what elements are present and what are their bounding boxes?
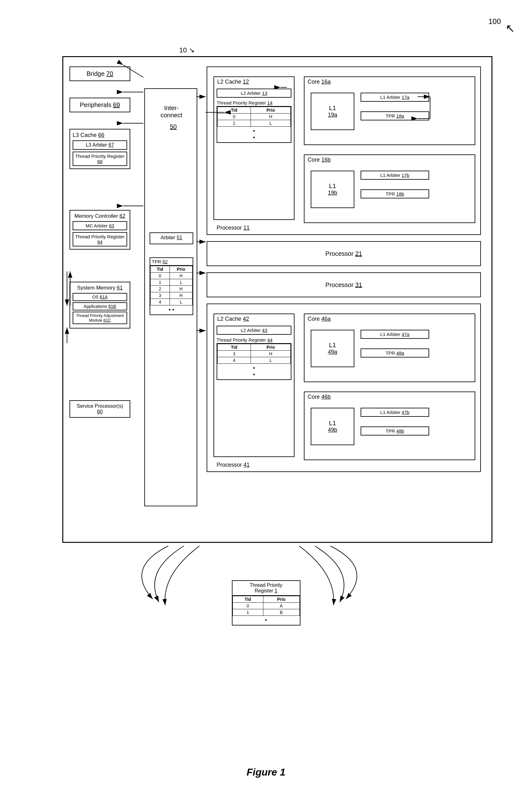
core46a-box: Core 46a L1 49a L1 Arbiter 47a TPR 48a [304,313,475,382]
l2-42-title: L2 Cache 42 [214,314,294,324]
tpr52-title: TPR 52 [150,258,193,266]
l2-42-box: L2 Cache 42 L2 Arbiter 43 Thread Priorit… [213,313,294,457]
col-tid: Tid [217,107,251,113]
table-row: 2H [151,286,193,292]
core46b-l1-arbiter: L1 Arbiter 47b [361,408,429,417]
l3-arbiter-box: L3 Arbiter 67 [73,140,127,150]
col-tid: Tid [151,266,170,273]
page: 100 ↙ 10 ↘ Bridge 70 Peripherals 69 L3 C… [0,0,532,803]
core46a-l1-box: L1 49a [311,330,354,367]
mc-tpr-box: Thread Priority Register 64 [73,232,127,247]
proc11-label: Processor 11 [216,225,250,231]
tpr44-dots: •• [217,364,291,379]
arbiter51-title: Arbiter 51 [152,235,191,240]
col-tid: Tid [232,596,263,603]
l2-12-box: L2 Cache 12 L2 Arbiter 13 Thread Priorit… [213,76,294,220]
tpr44-label: Thread Priority Register 44 [214,336,294,343]
table-row: 3H [217,351,291,357]
tpr14-table-box: TidPrio 0H 1L •• [216,106,291,143]
l2-12-arbiter: L2 Arbiter 13 [216,89,291,98]
core16b-box: Core 16b L1 19b L1 Arbiter 17b TPR 18b [304,154,475,223]
core16a-box: Core 16a L1 19a L1 Arbiter 17a TPR 18a [304,76,475,145]
l3-tpr-box: Thread Priority Register 68 [73,152,127,166]
core16b-title: Core 16b [304,155,475,165]
tpr1-table: TidPrio 0A 1B [232,596,300,616]
core46a-l1-arbiter: L1 Arbiter 47a [361,330,429,339]
proc21-label: Processor 21 [325,250,362,257]
interconnect-ref: 50 [170,123,177,130]
core16a-l1-box: L1 19a [311,93,354,130]
col-prio: Prio [170,266,192,273]
core46a-title: Core 46a [304,314,475,324]
sysmem-box: System Memory 61 OS 61A Applications 61B… [70,282,130,329]
proc41-label: Processor 41 [216,462,250,468]
proc11-box: Processor 11 L2 Cache 12 L2 Arbiter 13 T… [207,67,481,235]
core16b-l1-box: L1 19b [311,171,354,208]
arbiter51-box: Arbiter 51 [150,233,193,244]
table-row: 4L [151,299,193,306]
tpr52-box: TPR 52 Tid Prio 0H 1L 2H 3H 4L [150,257,193,315]
proc31-label: Processor 31 [325,281,362,289]
core46b-box: Core 46b L1 49b L1 Arbiter 47b TPR 48b [304,391,475,460]
col-prio: Prio [251,344,291,351]
proc31-box: Processor 31 [207,272,481,297]
col-tid: Tid [217,344,251,351]
mc-arbiter-box: MC Arbiter 63 [73,221,127,230]
mc-title: Memory Controller 62 [73,213,127,219]
l2-12-title: L2 Cache 12 [214,77,294,87]
col-prio: Prio [251,107,291,113]
tpr1-section: Thread PriorityRegister 1 TidPrio 0A 1B … [226,580,307,625]
table-row: 1L [151,279,193,286]
table-row: 0H [217,113,291,120]
tpr14-dots: •• [217,127,291,142]
main-box: Bridge 70 Peripherals 69 L3 Cache 66 L3 … [62,56,492,543]
tpr44-table-box: TidPrio 3H 4L •• [216,343,291,380]
col-prio: Prio [263,596,300,603]
svc-box: Service Processor(s) 60 [70,400,130,418]
ref-100: 100 [488,17,501,26]
interconnect-box: Inter-connect 50 Arbiter 51 TPR 52 [144,88,197,506]
proc21-box: Processor 21 [207,241,481,266]
table-row: 1L [217,120,291,127]
ref-100-arrow: ↙ [506,22,515,36]
core16a-tpr: TPR 18a [361,111,429,121]
l2-42-arbiter: L2 Arbiter 43 [216,326,291,335]
core16b-l1-arbiter: L1 Arbiter 17b [361,171,429,180]
core16a-l1-arbiter: L1 Arbiter 17a [361,93,429,102]
tpr1-dots: • [232,616,300,625]
core46b-tpr: TPR 48b [361,426,429,436]
core16a-title: Core 16a [304,77,475,87]
sysmem-title: System Memory 61 [73,285,127,291]
sysmem-apps: Applications 61B [73,302,127,310]
table-row: 0A [232,603,300,609]
peripherals-box: Peripherals 69 [70,98,130,112]
table-row: 4L [217,357,291,364]
figure-label: Figure 1 [247,767,285,778]
core46b-title: Core 46b [304,392,475,402]
core46a-tpr: TPR 48a [361,348,429,358]
proc41-box: Processor 41 L2 Cache 42 L2 Arbiter 43 T… [207,304,481,472]
table-row: 3H [151,292,193,299]
label-10: 10 ↘ [179,46,194,54]
table-row: 0H [151,273,193,279]
core16b-tpr: TPR 18b [361,189,429,198]
tpr1-box: Thread PriorityRegister 1 TidPrio 0A 1B … [232,580,301,625]
bridge-box: Bridge 70 [70,67,130,81]
core46b-l1-box: L1 49b [311,408,354,445]
table-row: 1B [232,609,300,616]
sysmem-tpam: Thread Priority Adjustment Module 61C [73,312,127,324]
tpr52-dots: • • [150,306,193,314]
sysmem-os: OS 61A [73,293,127,301]
svc-title: Service Processor(s) 60 [73,403,127,415]
tpr14-label: Thread Priority Register 14 [214,99,294,106]
tpr52-table: Tid Prio 0H 1L 2H 3H 4L [150,266,193,306]
tpr1-title: Thread PriorityRegister 1 [232,581,300,596]
mc-box: Memory Controller 62 MC Arbiter 63 Threa… [70,210,130,250]
l3-cache-title: L3 Cache 66 [73,132,127,139]
interconnect-label: Inter-connect [151,105,192,119]
l3-cache-box: L3 Cache 66 L3 Arbiter 67 Thread Priorit… [70,129,130,169]
